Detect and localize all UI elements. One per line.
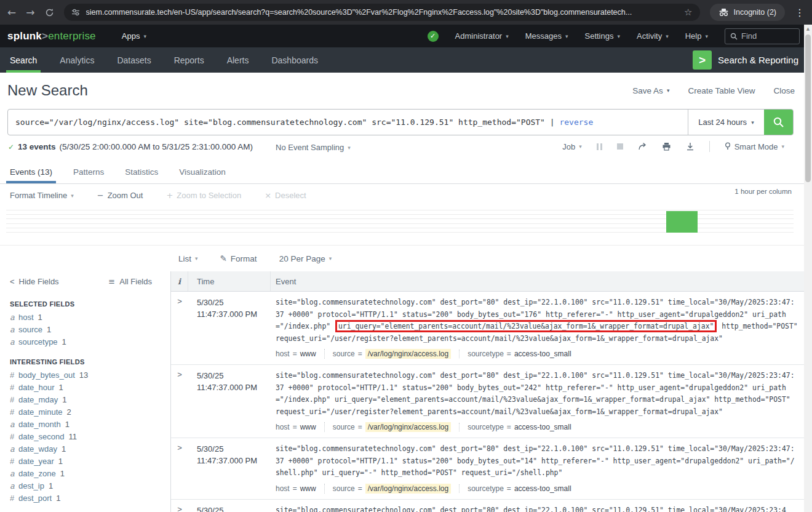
appnav-item-dashboards[interactable]: Dashboards [271,47,318,73]
appnav-item-datasets[interactable]: Datasets [117,47,151,73]
field-item-host[interactable]: ahost1 [10,313,170,325]
print-button[interactable] [662,142,671,151]
url-bar[interactable]: siem.commensurate.tech/en-US/app/search/… [64,4,700,21]
tab-visualization[interactable]: Visualization [179,160,226,183]
splunk-logo[interactable]: splunk>enterprise [7,30,96,42]
expand-chevron-icon[interactable]: > [177,297,182,306]
event-field-value[interactable]: www [300,350,316,358]
field-item-dest_port[interactable]: #dest_port1 [10,494,170,506]
hide-fields-button[interactable]: < Hide Fields [10,277,59,286]
expand-chevron-icon[interactable]: > [177,443,182,452]
format-results-menu[interactable]: ✎ Format [220,254,257,263]
url-text[interactable]: siem.commensurate.tech/en-US/app/search/… [86,8,679,17]
plus-icon: + [166,191,173,200]
field-item-source[interactable]: asource1 [10,325,170,337]
search-query-input[interactable]: source="/var/log/nginx/access.log" site=… [8,110,688,135]
create-table-view-button[interactable]: Create Table View [688,86,755,95]
event-field-source: source=/var/log/nginx/access.log [324,484,451,494]
field-item-date_year[interactable]: #date_year1 [10,457,170,469]
app-name[interactable]: Search & Reporting [718,55,798,65]
reload-button[interactable] [45,8,54,17]
field-item-date_second[interactable]: #date_second11 [10,432,170,444]
format-timeline-menu[interactable]: Format Timeline ▾ [10,191,74,200]
event-field-value[interactable]: www [300,484,316,493]
close-button[interactable]: Close [773,86,795,95]
timeline-event-bar[interactable] [666,211,698,233]
topbar-menu-help[interactable]: Help▾ [685,31,708,41]
event-field-host: host=www [276,350,316,358]
all-fields-label: All Fields [119,277,152,286]
back-button[interactable]: ← [7,7,16,18]
expand-chevron-icon[interactable]: > [177,505,182,512]
per-page-menu[interactable]: 20 Per Page ▾ [279,254,332,263]
equals-sign: = [358,350,362,358]
field-type-number-icon: # [10,457,18,466]
field-type-text-icon: a [10,420,18,429]
save-as-button[interactable]: Save As ▾ [632,86,669,95]
field-item-date_minute[interactable]: #date_minute2 [10,407,170,420]
event-field-sourcetype: sourcetype=access-too_small [459,423,571,431]
field-item-date_zone[interactable]: adate_zone1 [10,469,170,481]
search-button[interactable] [764,110,793,135]
event-field-value[interactable]: /var/log/nginx/access.log [365,484,451,494]
timeline-chart[interactable] [6,210,794,233]
event-raw-text: site="blog.commensuratetechnology.com" d… [276,370,798,418]
scrollbar-thumb[interactable] [805,34,811,182]
all-fields-button[interactable]: ≡ All Fields [108,277,152,286]
equals-sign: = [507,350,511,358]
field-item-body_bytes_out[interactable]: #body_bytes_out13 [10,370,170,383]
job-menu[interactable]: Job ▾ [562,142,582,151]
event-field-value[interactable]: /var/log/nginx/access.log [365,422,451,432]
find-input[interactable]: Find [725,28,800,44]
field-item-date_hour[interactable]: #date_hour1 [10,383,170,395]
list-view-menu[interactable]: List ▾ [178,254,198,263]
health-status-icon[interactable]: ✓ [428,31,439,42]
event-sampling-menu[interactable]: No Event Sampling ▾ [276,143,351,152]
field-item-dest_ip[interactable]: adest_ip1 [10,481,170,494]
zoom-out-button[interactable]: − Zoom Out [97,191,143,200]
topbar-menu-settings[interactable]: Settings▾ [585,31,621,41]
find-placeholder: Find [741,31,757,41]
tab-events[interactable]: Events (13) [10,160,52,183]
scrollbar-up-icon[interactable]: ▲ [804,25,812,33]
apps-menu[interactable]: Apps ▾ [122,31,146,41]
event-field-value[interactable]: access-too_small [514,484,571,493]
tab-patterns[interactable]: Patterns [73,160,104,183]
topbar-menu-activity[interactable]: Activity▾ [637,31,669,41]
search-reporting-app-icon[interactable]: > [693,50,712,70]
topbar-menu-messages[interactable]: Messages▾ [525,31,568,41]
list-label: List [178,254,191,263]
event-clock: 11:47:37.000 PM [197,455,266,466]
field-item-sourcetype[interactable]: asourcetype1 [10,337,170,350]
appnav-item-reports[interactable]: Reports [174,47,204,73]
field-item-date_month[interactable]: adate_month1 [10,420,170,432]
list-caret-icon: ▾ [195,255,198,262]
appnav-item-search[interactable]: Search [10,47,37,73]
time-range-picker[interactable]: Last 24 hours ▾ [688,110,764,135]
share-button[interactable] [638,142,647,151]
browser-menu-icon[interactable]: ⋮ [795,7,805,18]
field-type-number-icon: # [10,383,18,392]
tab-statistics[interactable]: Statistics [125,160,158,183]
event-field-value[interactable]: www [300,423,316,431]
appnav-item-analytics[interactable]: Analytics [60,47,94,73]
browser-chrome: ← → siem.commensurate.tech/en-US/app/sea… [0,0,812,25]
field-name: sourcetype [18,337,58,346]
event-field-value[interactable]: access-too_small [514,350,571,358]
expand-chevron-icon[interactable]: > [177,370,182,379]
search-mode-menu[interactable]: Smart Mode ▾ [725,142,784,151]
events-rows: >5/30/2511:47:37.000 PMsite="blog.commen… [171,292,804,512]
appnav-item-alerts[interactable]: Alerts [227,47,249,73]
bookmark-star-icon[interactable]: ☆ [684,7,692,18]
forward-button[interactable]: → [26,7,34,18]
field-item-date_wday[interactable]: adate_wday1 [10,444,170,457]
page-scrollbar[interactable]: ▲ [804,25,812,512]
event-field-value[interactable]: /var/log/nginx/access.log [365,349,451,359]
field-item-date_mday[interactable]: #date_mday1 [10,395,170,407]
topbar-menu-administrator[interactable]: Administrator▾ [455,31,509,41]
event-field-value[interactable]: access-too_small [514,423,571,431]
export-button[interactable] [686,142,695,151]
time-range-label: Last 24 hours [698,118,747,127]
site-settings-icon[interactable] [71,8,80,17]
sampling-caret-icon: ▾ [348,145,351,151]
